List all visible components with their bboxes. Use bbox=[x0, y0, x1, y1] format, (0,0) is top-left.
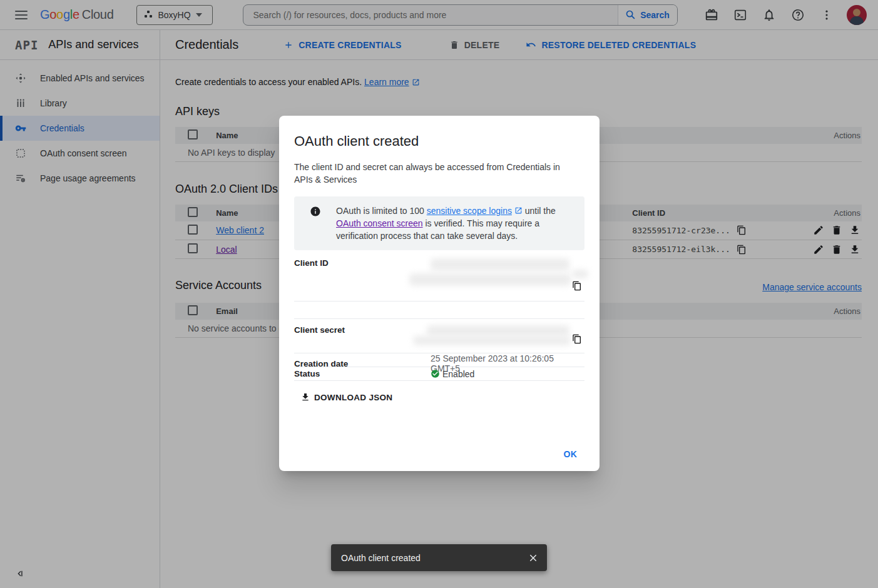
oauth-consent-screen-link[interactable]: OAuth consent screen bbox=[336, 218, 423, 228]
client-id-redacted-value bbox=[431, 258, 584, 296]
creation-date-row: Creation date 25 September 2023 at 10:26… bbox=[294, 353, 584, 367]
download-json-button[interactable]: DOWNLOAD JSON bbox=[298, 390, 397, 405]
copy-client-secret-icon[interactable] bbox=[572, 334, 582, 344]
check-circle-icon bbox=[431, 369, 440, 378]
client-secret-redacted-value bbox=[431, 325, 584, 349]
status-label: Status bbox=[294, 369, 431, 378]
client-id-row: Client ID bbox=[294, 258, 584, 302]
toast-message: OAuth client created bbox=[341, 553, 528, 563]
client-id-label: Client ID bbox=[294, 258, 431, 268]
sensitive-scope-logins-link[interactable]: sensitive scope logins bbox=[427, 206, 512, 216]
toast-snackbar: OAuth client created bbox=[331, 544, 547, 571]
google-cloud-console: GoogleCloud BoxyHQ Search API APIs and s bbox=[0, 0, 878, 588]
oauth-limit-notice: OAuth is limited to 100 sensitive scope … bbox=[294, 196, 584, 250]
oauth-client-created-dialog: OAuth client created The client ID and s… bbox=[279, 116, 600, 471]
external-link-icon bbox=[514, 206, 523, 215]
client-secret-label: Client secret bbox=[294, 325, 431, 335]
dialog-title: OAuth client created bbox=[294, 133, 584, 150]
info-icon bbox=[310, 206, 321, 217]
status-row: Status Enabled bbox=[294, 367, 584, 381]
notice-text: OAuth is limited to 100 sensitive scope … bbox=[336, 205, 568, 242]
dialog-description: The client ID and secret can always be a… bbox=[294, 161, 577, 186]
status-badge: Enabled bbox=[431, 369, 584, 379]
close-icon[interactable] bbox=[528, 553, 538, 563]
ok-button[interactable]: OK bbox=[559, 445, 583, 463]
client-secret-row: Client secret bbox=[294, 319, 584, 353]
dialog-row-spacer bbox=[294, 302, 584, 319]
copy-client-id-icon[interactable] bbox=[572, 281, 582, 291]
download-icon bbox=[300, 392, 310, 402]
creation-date-label: Creation date bbox=[294, 359, 431, 368]
